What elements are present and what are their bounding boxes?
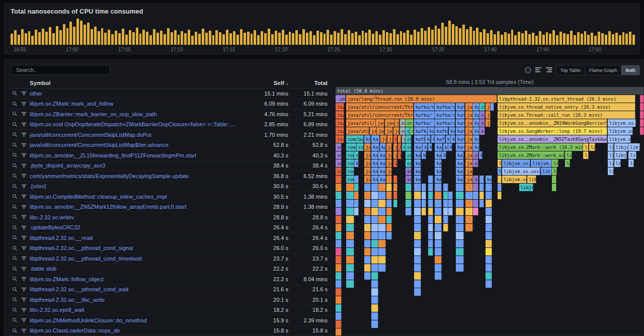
flame-node[interactable] (465, 224, 473, 231)
flame-node[interactable] (486, 216, 492, 223)
flame-node[interactable]: java (380, 135, 387, 143)
flame-node[interactable] (428, 176, 433, 183)
flame-node[interactable] (364, 192, 371, 199)
flame-node[interactable] (414, 200, 422, 207)
flame-node[interactable] (491, 103, 494, 111)
flame-node[interactable]: kaf (456, 167, 464, 175)
flame-node[interactable] (378, 232, 386, 239)
flame-node[interactable]: co (479, 103, 485, 111)
flame-node[interactable] (371, 200, 378, 207)
flame-node[interactable] (378, 184, 386, 191)
flame-node[interactable]: java (465, 103, 473, 111)
flame-node[interactable]: java/ (385, 127, 393, 135)
flame-node[interactable] (371, 192, 378, 199)
flame-node[interactable]: com (406, 143, 412, 151)
flame-node[interactable] (371, 208, 378, 215)
flame-node[interactable]: io (398, 151, 401, 159)
table-row[interactable]: libjvm.so.ZBarrier::mark_barrier_on_oop_… (8, 109, 332, 120)
flame-node[interactable] (336, 248, 342, 256)
flame-node[interactable]: libjvm.so.Thread::call_run (26.3 mins) (498, 111, 636, 119)
flame-node[interactable]: ja (393, 151, 398, 159)
flame-node[interactable] (456, 256, 464, 264)
symbol-link[interactable]: libpthread-2.32.so.__libc_write (30, 297, 242, 303)
symbol-link[interactable]: libjvm.so.void OopOopIterateDispatch<ZMa… (30, 121, 242, 127)
flame-node[interactable] (406, 192, 412, 199)
flame-node[interactable] (364, 216, 371, 223)
search-symbol-icon[interactable] (12, 327, 18, 333)
flame-node[interactable] (456, 208, 464, 215)
flame-node[interactable]: kafk (371, 167, 378, 175)
flame-node[interactable]: libjvm (541, 167, 552, 175)
flame-node[interactable] (336, 216, 342, 223)
symbol-link[interactable]: libc-2.32.so.epoll_wait (30, 307, 242, 313)
flame-node[interactable] (354, 184, 359, 191)
flame-node[interactable] (486, 224, 492, 231)
flame-node[interactable] (346, 256, 354, 264)
flame-node[interactable]: libjvm.so.Compil (608, 127, 633, 135)
flame-node[interactable]: libjv (565, 151, 572, 159)
flame-node[interactable] (336, 176, 342, 183)
table-row[interactable]: com/yammer/metrics/stats/ExponentiallyDe… (8, 171, 332, 182)
flame-node[interactable]: kafka (378, 159, 386, 167)
flame-node[interactable]: ja (386, 159, 392, 167)
flame-node[interactable] (428, 232, 433, 239)
flame-node[interactable] (364, 240, 371, 247)
flame-node[interactable]: kaf (435, 151, 441, 159)
flame-node[interactable] (498, 184, 502, 191)
symbol-link[interactable]: libjvm.so..annobin__ZN5ZMark12follow_arr… (30, 204, 242, 210)
flame-node[interactable]: jav (465, 151, 473, 159)
flame-node[interactable] (364, 184, 371, 191)
flame-node[interactable]: libjvm.so.thread_native_entry (26.3 mins… (498, 103, 636, 111)
table-row[interactable]: other15.1 mins15.1 mins (8, 89, 332, 99)
flame-node[interactable]: com (346, 159, 354, 167)
search-symbol-icon[interactable] (12, 183, 18, 189)
flame-node[interactable] (371, 312, 378, 320)
search-symbol-icon[interactable] (12, 111, 18, 117)
flame-node[interactable] (428, 224, 433, 231)
table-row[interactable]: .[vdso]30.6 s30.6 s (8, 182, 332, 192)
flame-node[interactable] (422, 184, 426, 191)
flame-node[interactable] (378, 200, 386, 207)
flame-node[interactable]: kafk (456, 111, 465, 119)
flame-node[interactable]: jdk (386, 167, 392, 175)
flame-node[interactable] (486, 256, 492, 264)
flame-node[interactable] (428, 240, 433, 247)
sandwich-view-icon[interactable] (21, 162, 27, 169)
flame-node[interactable]: sur (400, 119, 406, 127)
flame-node[interactable] (346, 280, 354, 288)
flame-node[interactable] (456, 240, 464, 247)
flame-node[interactable] (378, 192, 386, 199)
flame-node[interactable]: ka (473, 143, 479, 151)
flame-node[interactable]: ja (398, 135, 401, 143)
flame-node[interactable] (346, 272, 354, 280)
flame-node[interactable] (371, 264, 378, 272)
flame-node[interactable]: ja (465, 176, 473, 183)
flame-node[interactable] (378, 208, 386, 215)
flame-node[interactable]: lib (608, 167, 614, 175)
flame-node[interactable]: lib (628, 159, 634, 167)
symbol-link[interactable]: libjvm.so.ZMark::follow_object (30, 276, 242, 282)
flame-node[interactable]: ka (431, 135, 435, 143)
table-row[interactable]: libpthread-2.32.so.__pthread_cond_signal… (8, 243, 332, 254)
flame-node[interactable]: kafka/ (414, 119, 435, 127)
symbol-link[interactable]: libjvm.so.CompiledMethod::cleanup_inline… (30, 194, 242, 200)
flame-node[interactable]: li (498, 167, 502, 175)
flame-node[interactable] (414, 272, 422, 280)
flame-node[interactable]: kaf (414, 167, 422, 175)
sandwich-view-icon[interactable] (21, 91, 27, 97)
flame-node[interactable] (414, 216, 422, 223)
flame-node[interactable]: java/util/concurrent/Futur (346, 119, 376, 127)
symbol-link[interactable]: libpthread-2.32.so.__pthread_cond_timedw… (30, 256, 242, 262)
flame-node[interactable] (640, 111, 644, 119)
flame-node[interactable] (393, 200, 398, 207)
flame-node[interactable]: kaf (414, 159, 422, 167)
flame-node[interactable]: scal (473, 151, 478, 159)
flame-node[interactable] (364, 208, 371, 215)
flame-node[interactable]: kafka/se (435, 111, 455, 119)
flame-node[interactable]: libjvm.so.ZMark (502, 176, 527, 183)
flame-node[interactable] (354, 200, 359, 207)
symbol-link[interactable]: libpthread-2.32.so.__pthread_cond_signal (30, 245, 242, 251)
symbol-link[interactable]: other (30, 91, 242, 97)
flame-node[interactable]: kafk (380, 143, 386, 151)
search-symbol-icon[interactable] (12, 266, 18, 272)
